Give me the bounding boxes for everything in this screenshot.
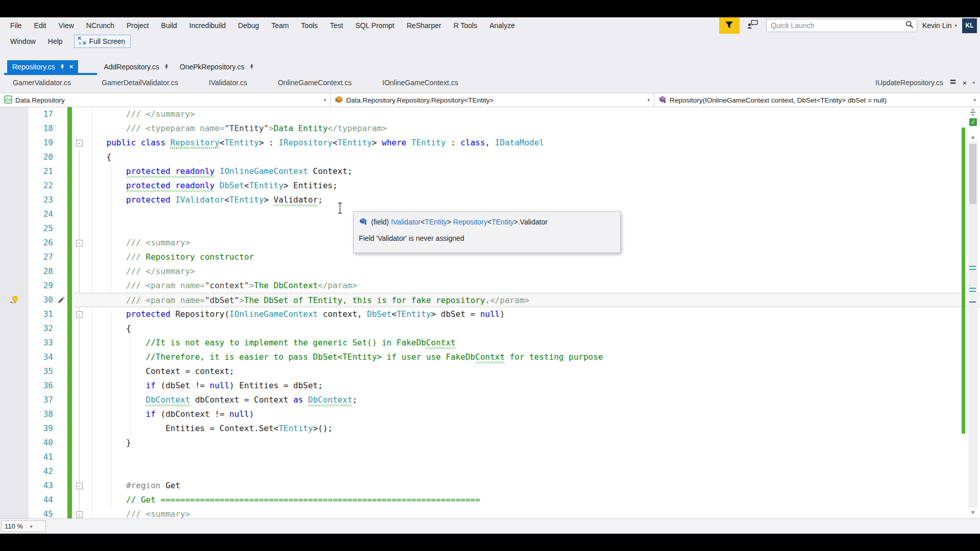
code-line[interactable]: 45- /// <summary> <box>0 507 980 518</box>
menu-item[interactable]: Analyze <box>483 17 521 34</box>
code-line[interactable]: 33 //It is not easy to implement the gen… <box>0 336 980 350</box>
document-tab[interactable]: OnlineGameContext.cs <box>278 79 352 87</box>
filter-button[interactable] <box>719 17 740 34</box>
code-line[interactable]: 39 Entities = Context.Set<TEntity>(); <box>0 421 980 436</box>
menu-item[interactable]: Team <box>265 17 295 34</box>
line-number: 20 <box>29 150 57 164</box>
preview-tab-icon[interactable] <box>949 79 957 87</box>
fold-collapse-box[interactable]: - <box>74 136 85 150</box>
code-segment: Contxt <box>426 338 456 347</box>
after-number-cell <box>57 236 67 250</box>
menu-item[interactable]: R Tools <box>447 17 483 34</box>
code-line[interactable]: 43- #region Get <box>0 479 980 493</box>
line-number: 32 <box>29 321 57 336</box>
scroll-down-arrow[interactable]: ▼ <box>968 509 978 515</box>
code-line[interactable]: 40 } <box>0 436 980 450</box>
type-dropdown[interactable]: Data.Repository.Repository.Repository<TE… <box>331 93 654 107</box>
line-number: 37 <box>29 393 57 407</box>
menu-item[interactable]: ReSharper <box>401 17 448 34</box>
menu-item[interactable]: Window <box>4 34 42 49</box>
fold-collapse-box[interactable]: - <box>74 236 85 250</box>
user-menu[interactable]: Kevin Lin ▾ <box>922 21 957 30</box>
lightbulb-icon[interactable] <box>0 293 29 307</box>
menu-item[interactable]: Incredibuild <box>183 17 232 34</box>
code-line[interactable]: 29 /// <param name="context">The DbConte… <box>0 279 980 293</box>
code-line[interactable]: 37 DbContext dbContext = Context as DbCo… <box>0 393 980 407</box>
code-line[interactable]: 17 /// </summary> <box>0 107 980 121</box>
document-tab[interactable]: GamerDetailValidator.cs <box>102 79 178 87</box>
code-line[interactable]: 23 protected IValidator<TEntity> Validat… <box>0 193 980 207</box>
menu-item[interactable]: Debug <box>232 17 265 34</box>
menu-item[interactable]: Edit <box>28 17 53 34</box>
code-line[interactable]: 32 { <box>0 321 980 336</box>
document-tab[interactable]: GamerValidator.cs <box>13 79 71 87</box>
fold-collapse-box[interactable]: - <box>74 479 85 493</box>
line-number: 22 <box>29 179 57 193</box>
code-editor[interactable]: 17 /// </summary>18 /// <typeparam name=… <box>0 107 980 518</box>
code-line[interactable]: 34 //Therefore, it is easier to pass DbS… <box>0 350 980 364</box>
code-line[interactable]: 30 /// <param name="dbSet">The DbSet of … <box>0 293 980 307</box>
member-dropdown[interactable]: Repository(IOnlineGameContext context, D… <box>654 93 980 107</box>
after-number-cell <box>57 479 67 493</box>
menu-item[interactable]: NCrunch <box>80 17 120 34</box>
signature-segment: TEntity <box>425 218 447 226</box>
menu-item[interactable]: Project <box>120 17 155 34</box>
code-line[interactable]: 22 protected readonly DbSet<TEntity> Ent… <box>0 179 980 193</box>
feedback-button[interactable] <box>745 18 761 33</box>
code-line[interactable]: 44 // Get ==============================… <box>0 493 980 507</box>
quick-launch-input[interactable] <box>770 21 905 30</box>
class-icon <box>335 95 343 105</box>
search-icon[interactable] <box>905 20 914 31</box>
fold-collapse-box[interactable]: - <box>74 507 85 518</box>
code-line[interactable]: 28 /// </summary> <box>0 264 980 279</box>
code-line[interactable]: 35 Context = context; <box>0 364 980 379</box>
full-screen-button[interactable]: Full Screen <box>74 35 131 48</box>
document-tab[interactable]: IOnlineGameContext.cs <box>382 79 458 87</box>
code-segment: /// <box>87 252 146 262</box>
zoom-level-dropdown[interactable]: 110 % ▾ <box>1 520 46 532</box>
chevron-down-icon[interactable]: ▾ <box>972 80 975 85</box>
menu-item[interactable]: SQL Prompt <box>349 17 401 34</box>
code-line[interactable]: 21 protected readonly IOnlineGameContext… <box>0 164 980 179</box>
code-line[interactable]: 41 <box>0 450 980 464</box>
fold-cell <box>74 293 85 307</box>
code-line[interactable]: 18 /// <typeparam name="TEntity">Data En… <box>0 121 980 136</box>
menu-item[interactable]: Tools <box>295 17 324 34</box>
menu-item[interactable]: Test <box>324 17 350 34</box>
scroll-up-arrow[interactable]: ▲ <box>968 134 978 140</box>
project-dropdown[interactable]: C# Data.Repository ▾ <box>0 93 331 107</box>
document-tab[interactable]: IValidator.cs <box>209 79 247 87</box>
document-tab[interactable]: IUpdateRepository.cs <box>875 79 943 87</box>
tooltip-signature-row: (field) IValidator<TEntity> Repository<T… <box>359 217 620 227</box>
close-icon[interactable]: × <box>69 63 74 70</box>
pin-icon[interactable] <box>163 63 169 70</box>
resharper-status-check-icon[interactable]: ✓ <box>969 118 977 126</box>
after-number-cell <box>57 179 67 193</box>
scrollbar-track[interactable] <box>968 142 977 508</box>
caret-position-mark <box>969 302 976 303</box>
menu-item[interactable]: Build <box>155 17 183 34</box>
avatar[interactable]: KL <box>962 18 977 33</box>
document-tab[interactable]: OnePkRepository.cs × <box>175 60 260 73</box>
menu-item[interactable]: File <box>4 17 28 34</box>
glyph-cell <box>0 350 29 364</box>
fold-collapse-box[interactable]: - <box>74 307 85 321</box>
pin-icon[interactable] <box>59 63 65 70</box>
code-line[interactable]: 20 { <box>0 150 980 164</box>
code-segment: TEntity <box>279 423 313 433</box>
code-text: { <box>85 321 131 336</box>
code-line[interactable]: 36 if (dbSet != null) Entities = dbSet; <box>0 379 980 393</box>
close-icon[interactable]: × <box>963 79 967 87</box>
document-tab[interactable]: Repository.cs × <box>7 60 78 73</box>
pin-icon[interactable] <box>249 63 255 70</box>
code-line[interactable]: 38 if (dbContext != null) <box>0 407 980 421</box>
menu-item[interactable]: View <box>53 17 80 34</box>
document-tab[interactable]: AddRepository.cs × <box>99 60 175 73</box>
menu-item[interactable]: Help <box>42 34 69 49</box>
code-line[interactable]: 31- protected Repository(IOnlineGameCont… <box>0 307 980 321</box>
splitter-grip[interactable] <box>969 108 977 118</box>
code-line[interactable]: 19- public class Repository<TEntity> : I… <box>0 136 980 150</box>
code-line[interactable]: 42 <box>0 464 980 479</box>
scrollbar-thumb[interactable] <box>969 144 976 204</box>
glyph-cell <box>0 179 29 193</box>
